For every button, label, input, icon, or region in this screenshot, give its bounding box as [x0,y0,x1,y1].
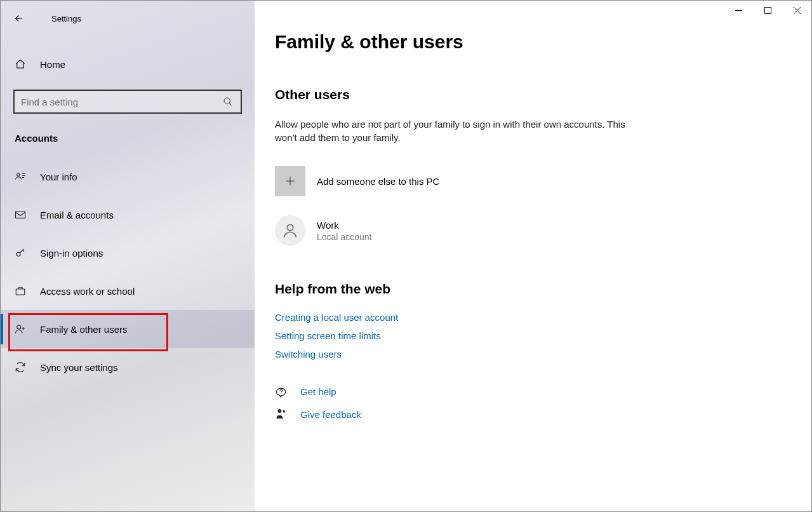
help-link-screen-time[interactable]: Setting screen time limits [275,330,791,341]
search-box[interactable] [13,90,242,114]
nav-access-work[interactable]: Access work or school [1,272,255,310]
mail-icon [15,209,27,220]
minimize-button[interactable] [724,1,753,20]
other-users-description: Allow people who are not part of your fa… [275,118,630,144]
home-label: Home [40,59,65,70]
close-button[interactable] [782,1,811,20]
sidebar: Settings Home Accounts Your info [1,1,255,511]
home-icon [15,58,27,70]
people-plus-icon [15,323,27,335]
search-input[interactable] [21,97,223,107]
home-nav[interactable]: Home [1,51,255,77]
main-content: Family & other users Other users Allow p… [255,1,811,511]
svg-point-5 [17,325,21,329]
search-icon [223,97,234,107]
arrow-left-icon [13,13,25,24]
nav-signin-options[interactable]: Sign-in options [1,234,255,272]
nav-label: Sync your settings [40,362,118,373]
help-link-switching-users[interactable]: Switching users [275,349,791,360]
nav-label: Email & accounts [40,210,114,220]
nav-label: Sign-in options [40,248,103,259]
person-icon [281,222,299,239]
help-links: Creating a local user account Setting sc… [275,312,791,360]
help-link-local-account[interactable]: Creating a local user account [275,312,791,323]
feedback-icon [275,408,288,421]
other-users-heading: Other users [275,87,791,102]
user-subtitle: Local account [317,232,371,242]
avatar [275,215,305,246]
nav-sync-settings[interactable]: Sync your settings [1,348,255,386]
nav-list: Your info Email & accounts Sign-in optio… [1,158,255,386]
briefcase-icon [15,285,27,297]
minimize-icon [735,7,742,14]
svg-point-7 [287,225,293,231]
window-controls [724,1,811,20]
close-icon [794,7,801,14]
add-user-label: Add someone else to this PC [317,176,439,187]
nav-your-info[interactable]: Your info [1,158,255,196]
svg-point-0 [224,98,230,104]
back-button[interactable] [13,13,29,24]
app-title: Settings [51,14,81,24]
svg-rect-6 [764,7,771,13]
nav-family-other-users[interactable]: Family & other users [1,310,255,348]
svg-point-1 [17,173,20,177]
category-title: Accounts [15,133,242,144]
user-name: Work [317,220,371,231]
plus-box [275,166,305,196]
get-help-link[interactable]: Get help [300,386,336,397]
give-feedback-link[interactable]: Give feedback [300,409,361,420]
svg-point-8 [278,409,282,413]
help-icon [275,385,288,398]
add-user-button[interactable]: Add someone else to this PC [275,166,791,196]
svg-point-3 [17,252,20,256]
user-account-row[interactable]: Work Local account [275,215,791,246]
key-icon [15,247,27,259]
maximize-icon [764,7,771,14]
maximize-button[interactable] [753,1,782,20]
sync-icon [15,361,27,373]
nav-label: Access work or school [40,286,135,297]
nav-label: Your info [40,172,77,182]
nav-label: Family & other users [40,324,128,335]
person-card-icon [15,171,27,182]
nav-email-accounts[interactable]: Email & accounts [1,196,255,234]
help-heading: Help from the web [275,281,791,297]
svg-rect-2 [16,212,25,219]
svg-rect-4 [16,289,25,295]
plus-icon [284,175,296,187]
page-title: Family & other users [275,31,791,53]
